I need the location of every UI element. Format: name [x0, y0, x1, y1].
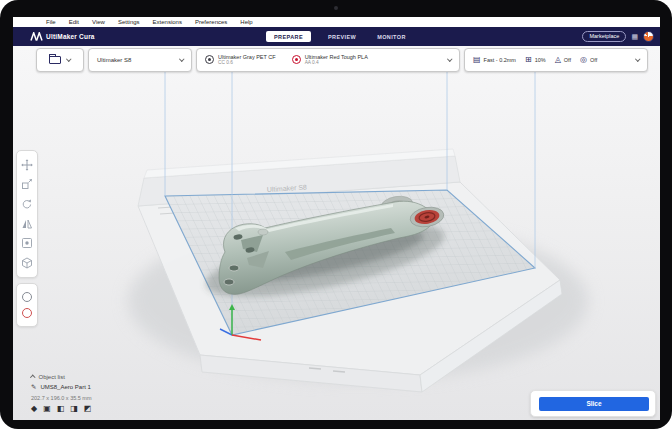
viewport-3d[interactable]: Ultimaker S8 [13, 46, 660, 420]
menu-edit[interactable]: Edit [69, 19, 79, 25]
print-settings-caret-icon [635, 57, 640, 62]
rename-pencil-icon[interactable]: ✎ [31, 384, 36, 391]
view-top-icon[interactable]: ◧ [57, 405, 65, 413]
app-switcher-icon[interactable]: ▦ [631, 33, 638, 40]
print-settings-selector[interactable]: ▤ Fast - 0.2mm ⊞ 10% ◬ Off ◎ Off [464, 48, 648, 72]
open-folder-icon [49, 56, 61, 64]
move-tool-icon[interactable] [21, 159, 33, 171]
view-right-icon[interactable]: ◩ [84, 405, 92, 413]
app-header: UltiMaker Cura PREPARE PREVIEW MONITOR M… [13, 27, 660, 46]
object-row[interactable]: ✎ UMS8_Aero Part 1 [31, 384, 181, 391]
infill-icon: ⊞ [525, 56, 532, 64]
object-list-header[interactable]: Object list [31, 374, 181, 380]
object-list-title: Object list [39, 374, 65, 380]
screen: File Edit View Settings Extensions Prefe… [13, 17, 660, 420]
menu-settings[interactable]: Settings [118, 19, 140, 25]
material-2-color-icon [292, 55, 301, 64]
support-blocker-icon[interactable] [21, 257, 33, 269]
support-icon: ◬ [555, 56, 561, 64]
extruder-2-button[interactable] [22, 308, 32, 318]
object-dimensions: 202.7 x 196.0 x 35.5 mm [31, 395, 181, 401]
build-plate-scene: Ultimaker S8 [13, 46, 660, 420]
profile-setting: ▤ Fast - 0.2mm [473, 56, 516, 64]
extruder-2-config[interactable]: Ultimaker Red Tough PLA AA 0.4 [292, 54, 368, 66]
material-1-core: CC 0.6 [218, 60, 276, 66]
mirror-tool-icon[interactable] [21, 218, 33, 230]
rotate-tool-icon[interactable] [21, 198, 33, 210]
menu-preferences[interactable]: Preferences [195, 19, 227, 25]
material-1-color-icon [205, 55, 214, 64]
object-list-panel: Object list ✎ UMS8_Aero Part 1 202.7 x 1… [31, 374, 181, 413]
menu-view[interactable]: View [92, 19, 105, 25]
infill-setting: ⊞ 10% [525, 56, 546, 64]
object-name: UMS8_Aero Part 1 [40, 384, 90, 390]
profile-value: Fast - 0.2mm [484, 57, 516, 63]
marketplace-button[interactable]: Marketplace [582, 31, 626, 43]
per-model-settings-icon[interactable] [21, 237, 33, 249]
view-3d-icon[interactable]: ◆ [31, 405, 37, 413]
header-right: Marketplace ▦ [582, 27, 654, 46]
cura-window: File Edit View Settings Extensions Prefe… [0, 0, 672, 429]
open-file-card[interactable] [36, 48, 84, 72]
material-caret-icon [447, 57, 452, 62]
slice-panel: Slice [530, 390, 656, 417]
tab-preview[interactable]: PREVIEW [324, 32, 360, 42]
left-toolbar [16, 150, 38, 278]
view-front-icon[interactable]: ▣ [43, 405, 51, 413]
open-file-caret-icon [67, 57, 72, 62]
tab-prepare[interactable]: PREPARE [266, 31, 311, 42]
slice-button[interactable]: Slice [539, 397, 649, 411]
extruder-1-config[interactable]: Ultimaker Gray PET CF CC 0.6 [205, 54, 276, 66]
menu-file[interactable]: File [46, 19, 56, 25]
menu-extensions[interactable]: Extensions [153, 19, 182, 25]
adhesion-icon: ◎ [580, 56, 587, 64]
layer-profile-icon: ▤ [473, 56, 481, 64]
menu-help[interactable]: Help [240, 19, 252, 25]
view-left-icon[interactable]: ◨ [70, 405, 78, 413]
tab-monitor[interactable]: MONITOR [373, 32, 410, 42]
support-setting: ◬ Off [555, 56, 571, 64]
printer-selector[interactable]: Ultimaker S8 [88, 48, 192, 72]
printer-caret-icon [179, 57, 184, 62]
account-avatar[interactable] [643, 31, 654, 42]
infill-value: 10% [535, 57, 546, 63]
app-title: UltiMaker Cura [46, 33, 95, 40]
stage-tabs: PREPARE PREVIEW MONITOR [266, 27, 410, 46]
menubar: File Edit View Settings Extensions Prefe… [13, 17, 660, 27]
adhesion-value: Off [590, 57, 597, 63]
app-logo: UltiMaker Cura [30, 32, 95, 41]
material-selector[interactable]: Ultimaker Gray PET CF CC 0.6 Ultimaker R… [196, 48, 460, 72]
webcam-dot [334, 6, 338, 10]
ultimaker-logo-icon [30, 32, 43, 41]
scale-tool-icon[interactable] [21, 178, 33, 190]
collapse-caret-icon [30, 376, 35, 381]
extruder-select-panel [16, 283, 38, 327]
printer-name: Ultimaker S8 [97, 57, 131, 63]
extruder-1-button[interactable] [22, 292, 32, 302]
material-2-core: AA 0.4 [305, 60, 368, 66]
camera-view-presets: ◆ ▣ ◧ ◨ ◩ [31, 405, 181, 413]
support-value: Off [564, 57, 571, 63]
adhesion-setting: ◎ Off [580, 56, 597, 64]
